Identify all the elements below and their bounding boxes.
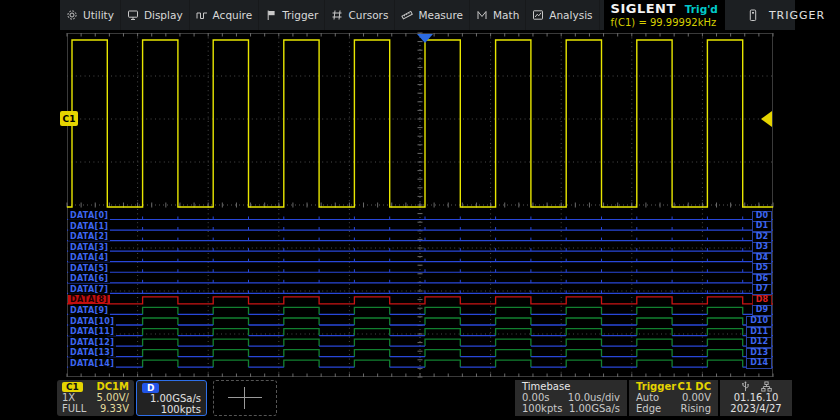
digital-right-label-d10[interactable]: D10 xyxy=(746,316,772,327)
menu-item-math[interactable]: Math xyxy=(470,0,526,30)
menu-item-acquire[interactable]: Acquire xyxy=(190,0,260,30)
measure-icon xyxy=(401,9,413,21)
digital-label-d12[interactable]: DATA[12] xyxy=(68,338,116,347)
trigger-panel[interactable]: Trigger C1 DC Auto 0.00V Edge Rising xyxy=(629,380,718,416)
trigger-source: C1 DC xyxy=(678,381,711,392)
timebase-delay: 0.00s xyxy=(522,392,549,403)
digital-right-label-d9[interactable]: D9 xyxy=(752,305,772,316)
digital-right-label-d4[interactable]: D4 xyxy=(752,253,772,264)
trigger-mode: Auto xyxy=(636,392,659,403)
trigger-slope: Rising xyxy=(681,403,711,414)
menu-item-label: Trigger xyxy=(282,9,318,21)
trigger-menu-label: TRIGGER xyxy=(769,9,825,22)
digital-right-label-d14[interactable]: D14 xyxy=(746,358,772,369)
oscilloscope-screen: UtilityDisplayAcquireTriggerCursorsMeasu… xyxy=(0,0,840,420)
timebase-mem-depth: 100kpts xyxy=(522,403,562,414)
gear-icon xyxy=(66,9,78,21)
waveform-display-area[interactable] xyxy=(67,33,773,377)
digital-right-label-d1[interactable]: D1 xyxy=(752,221,772,232)
menu-item-label: Acquire xyxy=(213,9,253,21)
menu-item-label: Analysis xyxy=(549,9,592,21)
trigger-status-badge: Trig'd xyxy=(685,3,718,16)
brand-block: SIGLENT Trig'd f(C1) = 99.99992kHz xyxy=(604,0,725,30)
digital-descriptor-box[interactable]: D 1.00GSa/s 100kpts xyxy=(136,380,207,416)
trigger-level-marker[interactable] xyxy=(761,111,772,127)
menu-items: UtilityDisplayAcquireTriggerCursorsMeasu… xyxy=(60,0,600,30)
digital-badge: D xyxy=(142,383,159,393)
acquire-icon xyxy=(196,9,208,21)
menu-item-label: Cursors xyxy=(348,9,388,21)
menu-item-trigger[interactable]: Trigger xyxy=(259,0,325,30)
digital-right-label-d2[interactable]: D2 xyxy=(752,232,772,243)
digital-right-label-d6[interactable]: D6 xyxy=(752,274,772,285)
digital-label-d13[interactable]: DATA[13] xyxy=(68,348,116,357)
digital-right-label-d7[interactable]: D7 xyxy=(752,284,772,295)
timebase-scale: 10.0us/div xyxy=(568,392,620,403)
digital-right-label-d3[interactable]: D3 xyxy=(752,242,772,253)
trigger-title: Trigger xyxy=(636,381,676,392)
digital-label-d3[interactable]: DATA[3] xyxy=(68,243,110,252)
timebase-title: Timebase xyxy=(522,381,570,392)
channel1-level-tag[interactable]: C1 xyxy=(60,111,78,126)
digital-mem-depth: 100kpts xyxy=(161,404,201,415)
digital-label-d0[interactable]: DATA[0] xyxy=(68,211,110,220)
trigger-menu-button[interactable]: TRIGGER xyxy=(747,9,825,22)
menu-item-cursors[interactable]: Cursors xyxy=(325,0,395,30)
digital-label-d2[interactable]: DATA[2] xyxy=(68,232,110,241)
channel1-bandwidth: FULL xyxy=(62,403,86,414)
digital-right-label-d8[interactable]: D8 xyxy=(752,295,772,306)
digital-label-d14[interactable]: DATA[14] xyxy=(68,359,116,368)
digital-right-label-d11[interactable]: D11 xyxy=(746,327,772,338)
display-icon xyxy=(127,9,139,21)
usb-icon xyxy=(740,381,751,392)
math-icon xyxy=(476,9,488,21)
channel1-offset: 9.33V xyxy=(100,403,129,414)
channel1-probe: 1X xyxy=(62,392,75,403)
channel1-badge: C1 xyxy=(62,382,83,392)
digital-right-label-d5[interactable]: D5 xyxy=(752,263,772,274)
digital-label-d10[interactable]: DATA[10] xyxy=(68,317,116,326)
digital-label-d5[interactable]: DATA[5] xyxy=(68,264,110,273)
digital-label-d11[interactable]: DATA[11] xyxy=(68,327,116,336)
digital-right-label-d0[interactable]: D0 xyxy=(752,211,772,222)
menu-item-utility[interactable]: Utility xyxy=(60,0,121,30)
lan-icon xyxy=(761,381,772,392)
digital-label-d6[interactable]: DATA[6] xyxy=(68,274,110,283)
digital-sample-rate: 1.00GSa/s xyxy=(150,393,201,404)
digital-right-label-d12[interactable]: D12 xyxy=(746,337,772,348)
menu-item-label: Utility xyxy=(83,9,114,21)
channel1-descriptor-box[interactable]: C1 DC1M 1X 5.00V/ FULL 9.33V xyxy=(57,380,134,416)
menu-item-measure[interactable]: Measure xyxy=(395,0,470,30)
clock-time: 01.16.10 xyxy=(734,392,779,403)
flag-icon xyxy=(265,9,277,21)
digital-label-d8[interactable]: DATA[8] xyxy=(68,295,110,304)
clock-date: 2023/4/27 xyxy=(730,403,781,414)
menu-item-label: Math xyxy=(493,9,519,21)
plus-icon xyxy=(228,387,262,409)
digital-label-d4[interactable]: DATA[4] xyxy=(68,253,110,262)
digital-label-d1[interactable]: DATA[1] xyxy=(68,222,110,231)
digital-right-label-d13[interactable]: D13 xyxy=(746,348,772,359)
digital-label-d7[interactable]: DATA[7] xyxy=(68,285,110,294)
channel1-scale: 5.00V/ xyxy=(97,392,129,403)
trigger-level: 0.00V xyxy=(682,392,711,403)
frequency-readout: f(C1) = 99.99992kHz xyxy=(611,16,718,29)
siglent-logo: SIGLENT xyxy=(611,2,676,15)
cursors-icon xyxy=(331,9,343,21)
add-channel-box[interactable] xyxy=(213,380,277,416)
menu-item-label: Display xyxy=(144,9,183,21)
trigger-position-marker[interactable] xyxy=(417,34,433,43)
trigger-type: Edge xyxy=(636,403,661,414)
clock-panel[interactable]: 01.16.10 2023/4/27 xyxy=(720,380,792,416)
digital-label-d9[interactable]: DATA[9] xyxy=(68,306,110,315)
menu-item-label: Measure xyxy=(418,9,463,21)
menu-item-display[interactable]: Display xyxy=(121,0,190,30)
channel1-coupling: DC1M xyxy=(96,381,129,392)
device-icon xyxy=(747,9,759,22)
top-menu-bar: UtilityDisplayAcquireTriggerCursorsMeasu… xyxy=(60,0,795,30)
timebase-sample-rate: 1.00GSa/s xyxy=(569,403,620,414)
analysis-icon xyxy=(532,9,544,21)
menu-item-analysis[interactable]: Analysis xyxy=(526,0,599,30)
timebase-panel[interactable]: Timebase 0.00s 10.0us/div 100kpts 1.00GS… xyxy=(515,380,627,416)
